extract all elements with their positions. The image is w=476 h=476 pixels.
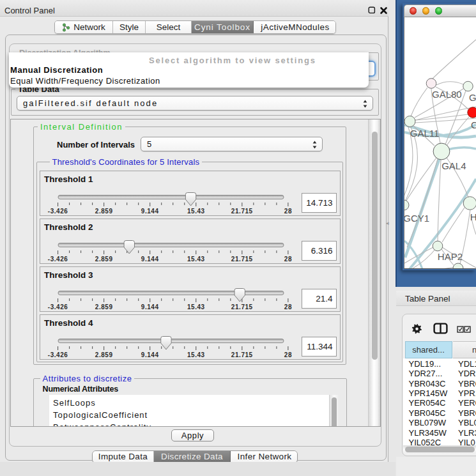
svg-text:2.859: 2.859 bbox=[95, 351, 113, 358]
svg-text:9.144: 9.144 bbox=[141, 303, 159, 310]
svg-text:C: C bbox=[471, 119, 476, 130]
svg-text:15.43: 15.43 bbox=[187, 207, 205, 214]
svg-text:-3.426: -3.426 bbox=[48, 303, 68, 310]
svg-text:-3.426: -3.426 bbox=[48, 255, 68, 262]
svg-text:-3.426: -3.426 bbox=[48, 207, 68, 214]
svg-text:21.715: 21.715 bbox=[231, 303, 253, 310]
svg-text:28: 28 bbox=[284, 351, 292, 358]
svg-text:15.43: 15.43 bbox=[187, 303, 205, 310]
svg-text:2.859: 2.859 bbox=[95, 207, 113, 214]
svg-text:28: 28 bbox=[284, 303, 292, 310]
svg-text:-3.426: -3.426 bbox=[48, 351, 68, 358]
svg-text:2.859: 2.859 bbox=[95, 303, 113, 310]
svg-text:GAL11: GAL11 bbox=[410, 128, 440, 139]
svg-text:28: 28 bbox=[284, 255, 292, 262]
svg-text:HAP2: HAP2 bbox=[438, 251, 463, 262]
svg-text:GAL80: GAL80 bbox=[432, 89, 462, 100]
svg-text:15.43: 15.43 bbox=[187, 351, 205, 358]
svg-text:15.43: 15.43 bbox=[187, 255, 205, 262]
svg-text:9.144: 9.144 bbox=[141, 255, 159, 262]
svg-text:21.715: 21.715 bbox=[231, 255, 253, 262]
svg-text:H: H bbox=[470, 211, 476, 222]
svg-text:2.859: 2.859 bbox=[95, 255, 113, 262]
svg-text:9.144: 9.144 bbox=[141, 351, 159, 358]
svg-text:28: 28 bbox=[284, 207, 292, 214]
svg-text:GCY1: GCY1 bbox=[404, 213, 429, 224]
svg-text:9.144: 9.144 bbox=[141, 207, 159, 214]
svg-text:GAL4: GAL4 bbox=[441, 160, 466, 171]
svg-text:21.715: 21.715 bbox=[231, 207, 253, 214]
svg-text:21.715: 21.715 bbox=[231, 351, 253, 358]
svg-text:GA: GA bbox=[469, 92, 476, 103]
